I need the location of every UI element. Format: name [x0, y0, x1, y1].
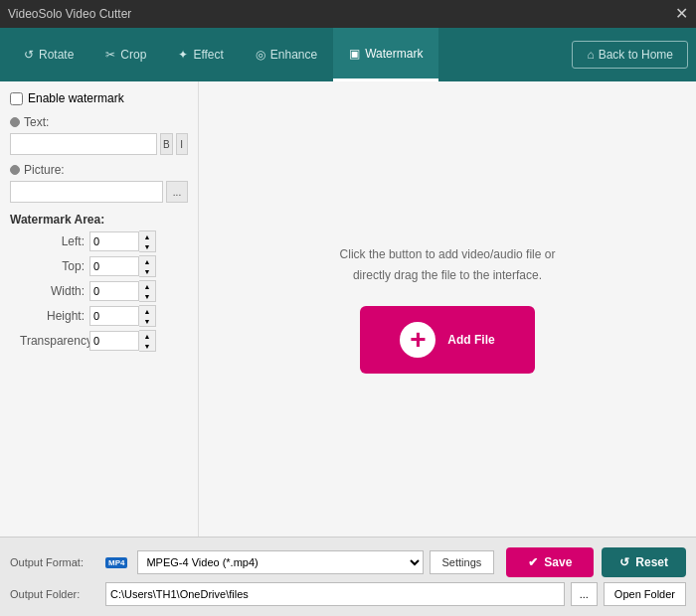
tab-crop-label: Crop [120, 48, 146, 62]
width-up[interactable]: ▲ [139, 281, 155, 291]
add-file-icon [400, 322, 435, 358]
picture-input-row: ... [10, 181, 188, 203]
effect-icon: ✦ [178, 48, 188, 62]
tab-effect[interactable]: ✦ Effect [162, 28, 239, 81]
height-field-row: Height: ▲ ▼ [10, 305, 188, 327]
top-spinner: ▲ ▼ [89, 255, 156, 277]
watermark-area-section: Watermark Area: Left: ▲ ▼ Top: ▲ [10, 213, 188, 352]
back-to-home-label: Back to Home [599, 48, 673, 62]
transparency-field-label: Transparency: [20, 334, 89, 348]
tab-crop[interactable]: ✂ Crop [89, 28, 162, 81]
text-label: Text: [24, 115, 49, 129]
browse-picture-button[interactable]: ... [166, 181, 188, 203]
home-icon: ⌂ [587, 48, 594, 62]
enable-watermark-row: Enable watermark [10, 91, 188, 105]
output-folder-label: Output Folder: [10, 588, 99, 600]
main-content: Enable watermark Text: B I Picture: ... … [0, 81, 696, 537]
picture-path-input[interactable] [10, 181, 163, 203]
transparency-up[interactable]: ▲ [139, 331, 155, 341]
browse-folder-button[interactable]: ... [571, 582, 598, 606]
reset-icon: ↺ [619, 555, 629, 569]
left-value[interactable] [89, 231, 139, 251]
picture-section-label: Picture: [10, 163, 188, 177]
right-panel: Click the button to add video/audio file… [199, 81, 696, 537]
text-section-label: Text: [10, 115, 188, 129]
left-up[interactable]: ▲ [139, 231, 155, 241]
watermark-icon: ▣ [349, 47, 360, 61]
top-down[interactable]: ▼ [139, 266, 155, 276]
tab-watermark[interactable]: ▣ Watermark [333, 28, 438, 81]
width-field-row: Width: ▲ ▼ [10, 280, 188, 302]
italic-button[interactable]: I [176, 133, 189, 155]
toolbar: ↺ Rotate ✂ Crop ✦ Effect ◎ Enhance ▣ Wat… [0, 28, 696, 81]
height-down[interactable]: ▼ [139, 316, 155, 326]
text-input-row: B I [10, 133, 188, 155]
folder-row: Output Folder: ... Open Folder [10, 582, 686, 606]
enable-watermark-checkbox[interactable] [10, 92, 23, 105]
tab-rotate-label: Rotate [39, 48, 74, 62]
output-folder-input[interactable] [105, 582, 565, 606]
width-down[interactable]: ▼ [139, 291, 155, 301]
left-field-label: Left: [20, 234, 89, 248]
bottom-bar: Output Format: MP4 MPEG-4 Video (*.mp4) … [0, 537, 696, 616]
title-bar: VideoSolo Video Cutter ✕ [0, 0, 696, 28]
output-format-label: Output Format: [10, 556, 99, 568]
left-panel: Enable watermark Text: B I Picture: ... … [0, 81, 199, 537]
save-check-icon: ✔ [528, 555, 538, 569]
width-arrows: ▲ ▼ [139, 280, 156, 302]
top-field-label: Top: [20, 259, 89, 273]
text-radio[interactable] [10, 117, 20, 127]
drop-hint-text: Click the button to add video/audio file… [340, 247, 556, 282]
left-field-row: Left: ▲ ▼ [10, 231, 188, 252]
width-value[interactable] [89, 281, 139, 301]
save-label: Save [544, 555, 572, 569]
height-value[interactable] [89, 306, 139, 326]
add-file-button[interactable]: Add File [360, 306, 534, 374]
add-file-label: Add File [447, 333, 494, 347]
top-value[interactable] [89, 256, 139, 276]
action-buttons: ✔ Save ↺ Reset [500, 547, 686, 577]
mp4-icon: MP4 [105, 557, 127, 568]
height-up[interactable]: ▲ [139, 306, 155, 316]
drop-hint: Click the button to add video/audio file… [340, 244, 556, 286]
format-select[interactable]: MPEG-4 Video (*.mp4) [137, 550, 423, 574]
open-folder-button[interactable]: Open Folder [604, 582, 686, 606]
bold-button[interactable]: B [160, 133, 173, 155]
top-field-row: Top: ▲ ▼ [10, 255, 188, 277]
save-button[interactable]: ✔ Save [506, 547, 594, 577]
watermark-text-input[interactable] [10, 133, 157, 155]
reset-button[interactable]: ↺ Reset [602, 547, 686, 577]
left-arrows: ▲ ▼ [139, 231, 156, 252]
enhance-icon: ◎ [256, 48, 265, 62]
top-up[interactable]: ▲ [139, 256, 155, 266]
height-field-label: Height: [20, 309, 89, 323]
close-button[interactable]: ✕ [675, 6, 688, 22]
back-to-home-button[interactable]: ⌂ Back to Home [572, 41, 688, 69]
tab-watermark-label: Watermark [365, 47, 423, 61]
width-spinner: ▲ ▼ [89, 280, 156, 302]
tab-rotate[interactable]: ↺ Rotate [8, 28, 89, 81]
rotate-icon: ↺ [24, 48, 34, 62]
app-title: VideoSolo Video Cutter [8, 7, 131, 21]
transparency-value[interactable] [89, 331, 139, 351]
transparency-field-row: Transparency: ▲ ▼ [10, 330, 188, 352]
reset-label: Reset [635, 555, 668, 569]
tab-effect-label: Effect [193, 48, 223, 62]
enable-watermark-label: Enable watermark [28, 91, 124, 105]
picture-radio[interactable] [10, 165, 20, 175]
left-down[interactable]: ▼ [139, 241, 155, 251]
transparency-down[interactable]: ▼ [139, 341, 155, 351]
crop-icon: ✂ [105, 48, 115, 62]
tab-enhance-label: Enhance [270, 48, 317, 62]
height-arrows: ▲ ▼ [139, 305, 156, 327]
top-arrows: ▲ ▼ [139, 255, 156, 277]
transparency-spinner: ▲ ▼ [89, 330, 156, 352]
format-row: Output Format: MP4 MPEG-4 Video (*.mp4) … [10, 547, 686, 577]
picture-label: Picture: [24, 163, 65, 177]
left-spinner: ▲ ▼ [89, 231, 156, 252]
height-spinner: ▲ ▼ [89, 305, 156, 327]
settings-button[interactable]: Settings [430, 550, 495, 574]
transparency-arrows: ▲ ▼ [139, 330, 156, 352]
tab-enhance[interactable]: ◎ Enhance [240, 28, 333, 81]
watermark-area-label: Watermark Area: [10, 213, 188, 227]
